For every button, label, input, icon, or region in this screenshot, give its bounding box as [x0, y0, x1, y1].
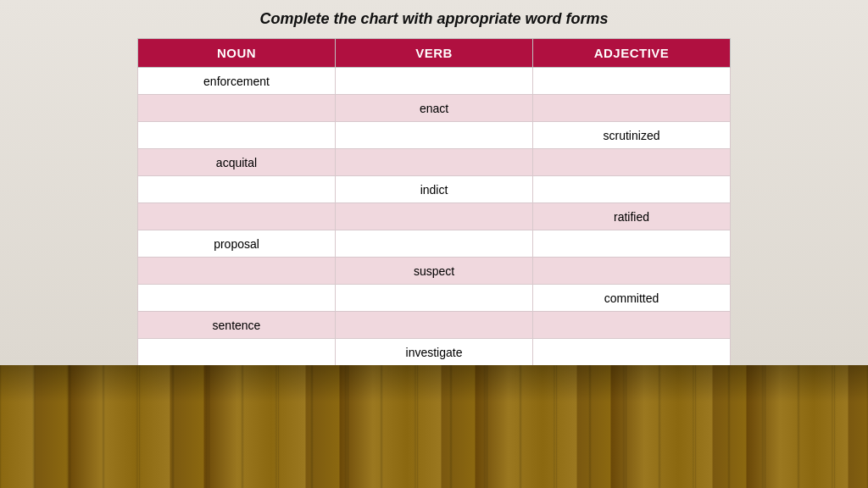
- cell-adjective-9: [533, 312, 731, 339]
- cell-verb-1: enact: [336, 95, 533, 122]
- content-area: Complete the chart with appropriate word…: [0, 0, 868, 366]
- cell-adjective-3: [533, 149, 731, 176]
- cell-verb-10: investigate: [336, 339, 533, 366]
- cell-noun-7: [138, 258, 336, 285]
- column-header-verb: VERB: [336, 39, 533, 68]
- table-header-row: NOUN VERB ADJECTIVE: [138, 39, 731, 68]
- cell-adjective-5: ratified: [533, 203, 731, 230]
- cell-noun-0: enforcement: [138, 68, 336, 95]
- cell-verb-6: [336, 230, 533, 258]
- page-title: Complete the chart with appropriate word…: [259, 10, 608, 28]
- cell-noun-8: [138, 285, 336, 312]
- cell-adjective-0: [533, 68, 731, 95]
- cell-verb-7: suspect: [336, 258, 533, 285]
- table-row: acquital: [138, 149, 731, 176]
- cell-adjective-6: [533, 230, 731, 258]
- cell-adjective-7: [533, 258, 731, 285]
- cell-verb-4: indict: [336, 176, 533, 203]
- cell-noun-4: [138, 176, 336, 203]
- table-row: enact: [138, 95, 731, 122]
- cell-noun-5: [138, 203, 336, 230]
- table-row: proposal: [138, 230, 731, 258]
- table-row: enforcement: [138, 68, 731, 95]
- cell-verb-5: [336, 203, 533, 230]
- cell-adjective-10: [533, 339, 731, 366]
- floor: [0, 365, 868, 488]
- cell-verb-3: [336, 149, 533, 176]
- cell-verb-0: [336, 68, 533, 95]
- cell-adjective-8: committed: [533, 285, 731, 312]
- cell-verb-9: [336, 312, 533, 339]
- cell-noun-3: acquital: [138, 149, 336, 176]
- cell-noun-1: [138, 95, 336, 122]
- cell-verb-2: [336, 122, 533, 149]
- cell-adjective-1: [533, 95, 731, 122]
- cell-verb-8: [336, 285, 533, 312]
- table-row: indict: [138, 176, 731, 203]
- cell-noun-6: proposal: [138, 230, 336, 258]
- cell-noun-10: [138, 339, 336, 366]
- table-row: investigate: [138, 339, 731, 366]
- table-row: suspect: [138, 258, 731, 285]
- cell-noun-2: [138, 122, 336, 149]
- table-row: ratified: [138, 203, 731, 230]
- cell-noun-9: sentence: [138, 312, 336, 339]
- column-header-adjective: ADJECTIVE: [533, 39, 731, 68]
- table-row: committed: [138, 285, 731, 312]
- cell-adjective-2: scrutinized: [533, 122, 731, 149]
- column-header-noun: NOUN: [138, 39, 336, 68]
- table-row: sentence: [138, 312, 731, 339]
- table-row: scrutinized: [138, 122, 731, 149]
- cell-adjective-4: [533, 176, 731, 203]
